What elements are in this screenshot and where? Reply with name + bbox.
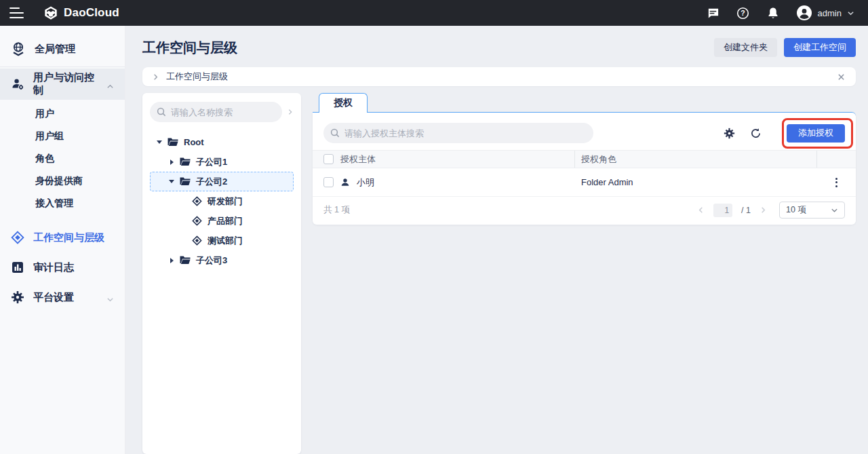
total-count: 共 1 项 [323,204,350,216]
refresh-icon[interactable] [749,127,762,139]
create-folder-button[interactable]: 创建文件夹 [714,38,777,57]
sidebar-item-access-management[interactable]: 接入管理 [0,192,125,214]
tree-node-subco3[interactable]: 子公司3 [150,250,294,270]
brand-name: DaoCloud [64,6,119,20]
sidebar-item-roles[interactable]: 角色 [0,147,125,170]
topbar-actions: ? admin [707,5,868,21]
tree-node-rd-dept[interactable]: 研发部门 [150,191,294,211]
sidebar-item-user-access-control[interactable]: 用户与访问控制 [0,69,125,100]
page-size-select[interactable]: 10 项 [779,202,845,219]
row-actions-kebab-icon[interactable] [833,175,840,190]
row-checkbox[interactable] [323,177,334,187]
caret-collapsed-icon[interactable] [168,258,175,263]
page-size-value: 10 项 [786,204,806,216]
sidebar-item-label: 角色 [35,153,54,165]
sidebar-submenu: 用户 用户组 角色 身份提供商 接入管理 [0,100,125,219]
tree-node-label: 子公司1 [196,156,227,168]
tree-node-label: 研发部门 [208,195,243,208]
user-avatar-icon [796,5,812,21]
role-name: Folder Admin [581,177,633,187]
user-name: admin [818,8,842,18]
tree-node-label: 产品部门 [208,215,243,227]
tree-node-root[interactable]: Root [150,132,294,152]
page-next-icon[interactable] [760,206,767,214]
subject-search-input[interactable] [344,128,587,138]
app-root: DaoCloud ? admin [0,0,868,454]
panel-expand-icon[interactable] [287,109,294,115]
workspace-icon [192,216,202,226]
sidebar-item-users[interactable]: 用户 [0,102,125,125]
sidebar-item-global-management[interactable]: 全局管理 [0,34,125,64]
daocloud-logo [43,5,58,20]
breadcrumb: 工作空间与层级 [142,67,856,86]
column-header-subject: 授权主体 [340,153,376,166]
authorization-toolbar: 添加授权 [313,113,856,150]
user-menu[interactable]: admin [796,5,854,21]
caret-expanded-icon[interactable] [168,180,175,183]
sidebar-item-workspace-hierarchy[interactable]: 工作空间与层级 [0,223,125,252]
menu-icon[interactable] [9,7,24,18]
sidebar-item-label: 审计日志 [33,261,114,274]
sidebar-item-label: 用户与访问控制 [33,71,98,97]
search-icon [157,107,166,117]
search-icon [330,128,340,138]
sidebar-item-label: 用户 [35,108,54,120]
close-icon[interactable] [835,71,846,82]
pagination: / 1 10 项 [697,202,845,219]
add-authorization-button[interactable]: 添加授权 [787,124,845,143]
workspace-icon [192,235,202,246]
table-header: 授权主体 授权角色 [313,150,856,168]
chat-icon[interactable] [707,6,720,20]
sidebar-divider [0,67,125,67]
page-number-input[interactable] [713,204,732,217]
tree-node-label: 测试部门 [208,235,243,247]
user-gear-icon [11,77,24,91]
subject-name[interactable]: 小明 [357,176,374,189]
tree-search-input[interactable] [171,107,275,117]
sidebar-item-label: 全局管理 [35,43,114,56]
tree-node-subco1[interactable]: 子公司1 [150,152,294,172]
column-settings-gear-icon[interactable] [723,127,735,139]
tree-node-subco2-selected[interactable]: 子公司2 [150,172,294,191]
topbar: DaoCloud ? admin [0,0,868,26]
tree-node-test-dept[interactable]: 测试部门 [150,231,294,250]
hierarchy-tree: Root 子公司1 [150,132,294,270]
tree-node-product-dept[interactable]: 产品部门 [150,211,294,231]
tree-node-label: 子公司3 [196,254,227,267]
brand[interactable]: DaoCloud [43,5,119,20]
page-prev-icon[interactable] [697,206,705,214]
help-icon[interactable]: ? [736,6,750,20]
sidebar-item-audit-logs[interactable]: 审计日志 [0,252,125,282]
caret-collapsed-icon[interactable] [168,159,175,165]
subject-search [323,123,593,143]
bell-icon[interactable] [766,6,780,20]
audit-log-icon [11,261,24,274]
column-header-role: 授权角色 [581,153,616,166]
table-row: 小明 Folder Admin [313,168,856,197]
tree-search [150,102,282,122]
chevron-down-icon [847,10,854,17]
gear-icon [11,290,24,304]
globe-icon [11,41,26,56]
table-footer: 共 1 项 / 1 1 [313,197,856,225]
sidebar-item-label: 平台设置 [33,291,98,304]
folder-icon [180,177,191,186]
breadcrumb-item[interactable]: 工作空间与层级 [166,71,228,83]
main-content: 工作空间与层级 创建文件夹 创建工作空间 工作空间与层级 [125,26,868,454]
svg-text:?: ? [741,10,745,17]
tab-authorization[interactable]: 授权 [319,93,368,113]
tree-node-label: 子公司2 [196,176,227,188]
chevron-right-icon [152,73,159,81]
sidebar-item-platform-settings[interactable]: 平台设置 [0,282,125,312]
select-all-checkbox[interactable] [323,154,334,164]
create-workspace-button[interactable]: 创建工作空间 [784,38,856,57]
sidebar-item-label: 身份提供商 [35,175,83,187]
sidebar-item-label: 接入管理 [35,197,73,210]
page-total: / 1 [741,206,751,215]
sidebar-item-identity-providers[interactable]: 身份提供商 [0,170,125,192]
authorization-card: 添加授权 授权主体 授权角色 [313,112,856,225]
caret-expanded-icon[interactable] [156,140,163,144]
sidebar-item-user-groups[interactable]: 用户组 [0,125,125,147]
workspace-icon [192,196,202,206]
tree-node-label: Root [184,137,204,147]
